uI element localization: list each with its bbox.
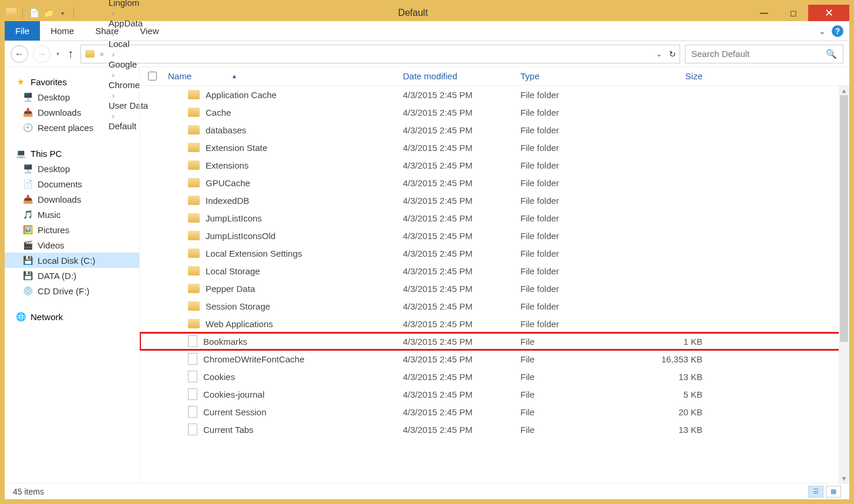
file-size: 13 KB — [638, 425, 714, 435]
folder-icon — [188, 284, 200, 293]
file-type: File folder — [520, 231, 638, 241]
status-item-count: 45 items — [13, 487, 44, 496]
sidebar-item-icon: 📥 — [22, 194, 33, 204]
file-row[interactable]: Bookmarks4/3/2015 2:45 PMFile1 KB — [140, 332, 849, 350]
file-date: 4/3/2015 2:45 PM — [403, 178, 520, 188]
minimize-button[interactable]: — — [749, 5, 779, 21]
file-row[interactable]: JumpListIcons4/3/2015 2:45 PMFile folder — [140, 209, 849, 227]
sidebar-pc-documents[interactable]: 📄Documents — [5, 176, 139, 191]
crumb-separator-icon[interactable]: › — [112, 51, 115, 59]
sidebar-item-icon: 🖥️ — [22, 92, 33, 102]
file-row[interactable]: Cache4/3/2015 2:45 PMFile folder — [140, 103, 849, 121]
sidebar-pc-music[interactable]: 🎵Music — [5, 207, 139, 222]
search-input[interactable] — [691, 49, 809, 59]
file-row[interactable]: ChromeDWriteFontCache4/3/2015 2:45 PMFil… — [140, 350, 849, 368]
scroll-up-icon[interactable]: ▲ — [839, 86, 849, 95]
sidebar-pc-downloads[interactable]: 📥Downloads — [5, 191, 139, 207]
qat-dropdown-icon[interactable]: ▾ — [57, 8, 68, 18]
sidebar-pc-videos[interactable]: 🎬Videos — [5, 237, 139, 253]
search-icon[interactable]: 🔍 — [826, 49, 837, 59]
file-date: 4/3/2015 2:45 PM — [403, 407, 520, 417]
sidebar-pc-desktop[interactable]: 🖥️Desktop — [5, 161, 139, 176]
column-type[interactable]: Type — [520, 71, 638, 81]
file-row[interactable]: Cookies-journal4/3/2015 2:45 PMFile5 KB — [140, 385, 849, 403]
vertical-scrollbar[interactable]: ▲ ▼ — [839, 86, 849, 483]
file-row[interactable]: Session Storage4/3/2015 2:45 PMFile fold… — [140, 297, 849, 315]
file-row[interactable]: Cookies4/3/2015 2:45 PMFile13 KB — [140, 368, 849, 385]
view-icons-button[interactable]: ▦ — [826, 486, 841, 498]
file-row[interactable]: JumpListIconsOld4/3/2015 2:45 PMFile fol… — [140, 227, 849, 244]
file-row[interactable]: Application Cache4/3/2015 2:45 PMFile fo… — [140, 86, 849, 103]
maximize-button[interactable]: ◻ — [779, 5, 808, 21]
crumb-ellipsis[interactable]: « — [100, 50, 104, 58]
file-size: 13 KB — [638, 372, 714, 382]
sidebar-item-label: Recent places — [38, 123, 93, 133]
file-row[interactable]: Web Applications4/3/2015 2:45 PMFile fol… — [140, 315, 849, 332]
crumb-linglom[interactable]: Linglom — [109, 0, 149, 8]
file-date: 4/3/2015 2:45 PM — [403, 425, 520, 435]
scroll-down-icon[interactable]: ▼ — [839, 473, 849, 483]
sidebar-fav-desktop[interactable]: 🖥️Desktop — [5, 89, 139, 105]
help-icon[interactable]: ? — [832, 25, 843, 37]
refresh-icon[interactable]: ↻ — [669, 49, 676, 59]
file-row[interactable]: Pepper Data4/3/2015 2:45 PMFile folder — [140, 280, 849, 297]
sidebar-pc-data-d-[interactable]: 💾DATA (D:) — [5, 268, 139, 283]
file-row[interactable]: Current Session4/3/2015 2:45 PMFile20 KB — [140, 403, 849, 421]
sidebar-header-favorites[interactable]: ★ Favorites — [5, 74, 139, 89]
back-button[interactable]: ← — [11, 45, 28, 63]
ribbon-tab-file[interactable]: File — [5, 21, 40, 41]
file-name: Cache — [206, 107, 231, 117]
sidebar-header-network[interactable]: 🌐 Network — [5, 309, 139, 324]
crumb-separator-icon[interactable]: › — [112, 30, 115, 38]
close-button[interactable]: ✕ — [808, 5, 849, 21]
file-type: File folder — [520, 266, 638, 276]
sidebar-pc-cd-drive-f-[interactable]: 💿CD Drive (F:) — [5, 283, 139, 298]
file-row[interactable]: Current Tabs4/3/2015 2:45 PMFile13 KB — [140, 421, 849, 438]
qat-newfolder-icon[interactable]: 📁 — [43, 8, 53, 18]
address-dropdown-icon[interactable]: ⌄ — [656, 50, 662, 58]
sidebar-pc-pictures[interactable]: 🖼️Pictures — [5, 222, 139, 237]
column-size[interactable]: Size — [638, 71, 714, 81]
folder-icon — [188, 301, 200, 311]
file-type: File folder — [520, 319, 638, 329]
sidebar-item-icon: 📥 — [22, 107, 33, 117]
star-icon: ★ — [15, 76, 26, 87]
address-folder-icon — [85, 49, 95, 59]
file-row[interactable]: IndexedDB4/3/2015 2:45 PMFile folder — [140, 191, 849, 209]
view-details-button[interactable]: ☰ — [808, 486, 823, 498]
column-date[interactable]: Date modified — [403, 71, 520, 81]
file-row[interactable]: databases4/3/2015 2:45 PMFile folder — [140, 121, 849, 139]
scrollbar-thumb[interactable] — [840, 95, 848, 342]
file-row[interactable]: Local Extension Settings4/3/2015 2:45 PM… — [140, 244, 849, 262]
sidebar-item-label: Desktop — [38, 164, 70, 174]
ribbon-expand-icon[interactable]: ⌄ — [819, 26, 826, 36]
file-list[interactable]: Application Cache4/3/2015 2:45 PMFile fo… — [140, 86, 849, 483]
search-box[interactable]: 🔍 — [685, 45, 843, 63]
recent-locations-icon[interactable]: ▾ — [55, 51, 60, 57]
ribbon-tab-home[interactable]: Home — [40, 21, 85, 41]
crumb-local[interactable]: Local — [109, 39, 149, 49]
sidebar-item-icon: 🖥️ — [22, 163, 33, 174]
file-icon — [188, 335, 197, 347]
select-all-checkbox[interactable] — [148, 72, 157, 80]
up-button[interactable]: ↑ — [65, 47, 76, 61]
file-name: Bookmarks — [203, 337, 247, 347]
folder-icon — [188, 266, 200, 275]
crumb-appdata[interactable]: AppData — [109, 18, 149, 28]
address-bar[interactable]: « Users›Linglom›AppData›Local›Google›Chr… — [80, 45, 680, 63]
forward-button[interactable]: → — [33, 45, 51, 63]
file-row[interactable]: GPUCache4/3/2015 2:45 PMFile folder — [140, 174, 849, 191]
file-row[interactable]: Local Storage4/3/2015 2:45 PMFile folder — [140, 262, 849, 280]
file-row[interactable]: Extensions4/3/2015 2:45 PMFile folder — [140, 156, 849, 174]
column-name[interactable]: Name — [168, 71, 191, 81]
sidebar-pc-local-disk-c-[interactable]: 💾Local Disk (C:) — [5, 253, 139, 268]
sidebar-header-thispc[interactable]: 💻 This PC — [5, 146, 139, 161]
file-type: File folder — [520, 196, 638, 206]
file-row[interactable]: Extension State4/3/2015 2:45 PMFile fold… — [140, 139, 849, 156]
sidebar-fav-recent-places[interactable]: 🕘Recent places — [5, 120, 139, 135]
file-date: 4/3/2015 2:45 PM — [403, 90, 520, 100]
file-size: 16,353 KB — [638, 354, 714, 364]
crumb-separator-icon[interactable]: › — [112, 9, 115, 18]
qat-properties-icon[interactable]: 📄 — [29, 8, 39, 18]
sidebar-fav-downloads[interactable]: 📥Downloads — [5, 105, 139, 120]
